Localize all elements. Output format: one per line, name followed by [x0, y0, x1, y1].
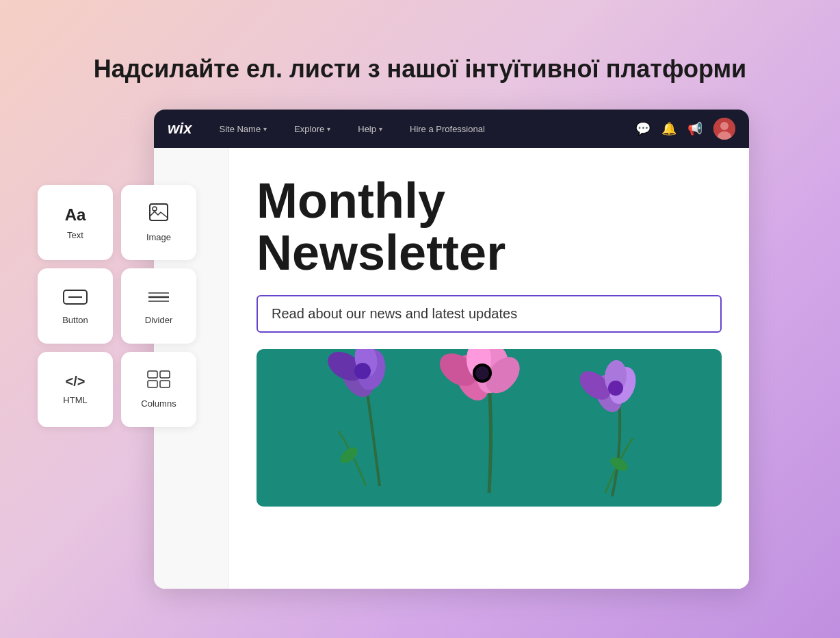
image-icon	[148, 203, 169, 227]
element-divider-label: Divider	[145, 315, 172, 325]
wix-logo: wix	[168, 120, 192, 138]
element-card-divider[interactable]: Divider	[121, 268, 196, 344]
text-icon: Aa	[65, 205, 86, 225]
editor-content: Monthly Newsletter Read about our news a…	[229, 148, 749, 589]
element-card-button[interactable]: Button	[38, 268, 113, 344]
subtitle-text: Read about our news and latest updates	[272, 306, 517, 321]
svg-rect-8	[160, 371, 170, 378]
svg-point-12	[720, 122, 729, 130]
nav-explore[interactable]: Explore ▾	[287, 120, 337, 138]
panel-row-2: Button Divider	[38, 268, 196, 344]
bell-icon[interactable]: 🔔	[661, 121, 677, 136]
svg-rect-7	[148, 371, 157, 378]
panel-row-1: Aa Text Image	[38, 185, 196, 260]
element-card-image[interactable]: Image	[121, 185, 196, 260]
svg-point-19	[354, 363, 371, 379]
nav-explore-label: Explore	[294, 124, 324, 134]
element-card-text[interactable]: Aa Text	[38, 185, 113, 260]
newsletter-title-line2: Newsletter	[257, 227, 722, 279]
element-button-label: Button	[62, 315, 88, 325]
element-card-columns[interactable]: Columns	[121, 352, 196, 427]
megaphone-icon[interactable]: 📢	[687, 121, 703, 136]
element-card-html[interactable]: </> HTML	[38, 352, 113, 427]
svg-point-26	[475, 366, 489, 380]
nav-explore-chevron: ▾	[327, 125, 330, 133]
image-placeholder	[257, 349, 722, 507]
svg-rect-0	[150, 204, 168, 220]
element-text-label: Text	[67, 230, 83, 240]
svg-rect-9	[148, 381, 157, 387]
nav-hire[interactable]: Hire a Professional	[403, 120, 492, 138]
html-icon: </>	[66, 374, 86, 390]
svg-point-1	[153, 207, 157, 211]
nav-site-name-label: Site Name	[219, 124, 261, 134]
nav-icons: 💬 🔔 📢	[635, 118, 735, 140]
svg-rect-10	[160, 381, 170, 387]
nav-help-label: Help	[358, 124, 376, 134]
panel-row-3: </> HTML Columns	[38, 352, 196, 427]
newsletter-title-line1: Monthly	[257, 175, 722, 227]
nav-site-name[interactable]: Site Name ▾	[212, 120, 274, 138]
svg-point-31	[608, 381, 623, 396]
newsletter-title: Monthly Newsletter	[257, 175, 722, 279]
nav-bar: wix Site Name ▾ Explore ▾ Help ▾ Hire a …	[154, 110, 749, 148]
nav-site-name-chevron: ▾	[263, 125, 267, 133]
avatar[interactable]	[713, 118, 735, 140]
chat-icon[interactable]: 💬	[635, 121, 651, 136]
subtitle-box[interactable]: Read about our news and latest updates	[257, 295, 722, 333]
nav-help-chevron: ▾	[379, 125, 382, 133]
nav-help[interactable]: Help ▾	[351, 120, 389, 138]
element-html-label: HTML	[63, 395, 87, 405]
element-image-label: Image	[146, 232, 171, 242]
editor-window: wix Site Name ▾ Explore ▾ Help ▾ Hire a …	[154, 110, 749, 589]
main-container: Aa Text Image	[38, 110, 790, 602]
button-icon	[63, 288, 88, 309]
nav-hire-label: Hire a Professional	[410, 124, 485, 134]
element-columns-label: Columns	[141, 398, 176, 409]
divider-icon	[147, 288, 170, 309]
columns-icon	[147, 370, 170, 393]
element-panels: Aa Text Image	[38, 185, 196, 427]
page-title: Надсилайте ел. листи з нашої інтуїтивної…	[94, 55, 746, 84]
